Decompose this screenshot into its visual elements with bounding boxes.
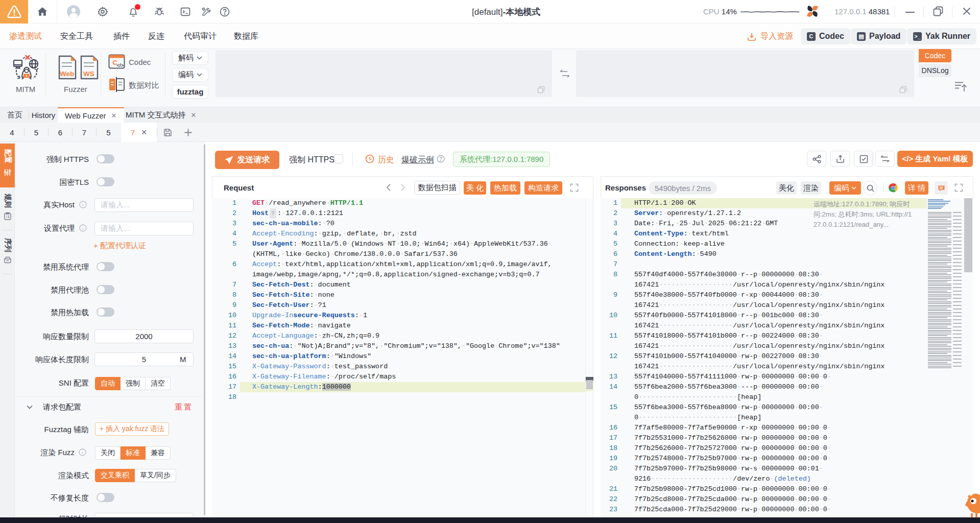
svg-text:Web: Web <box>60 70 74 78</box>
svg-text:WS: WS <box>83 70 94 78</box>
svg-text:</>: </> <box>117 62 124 68</box>
